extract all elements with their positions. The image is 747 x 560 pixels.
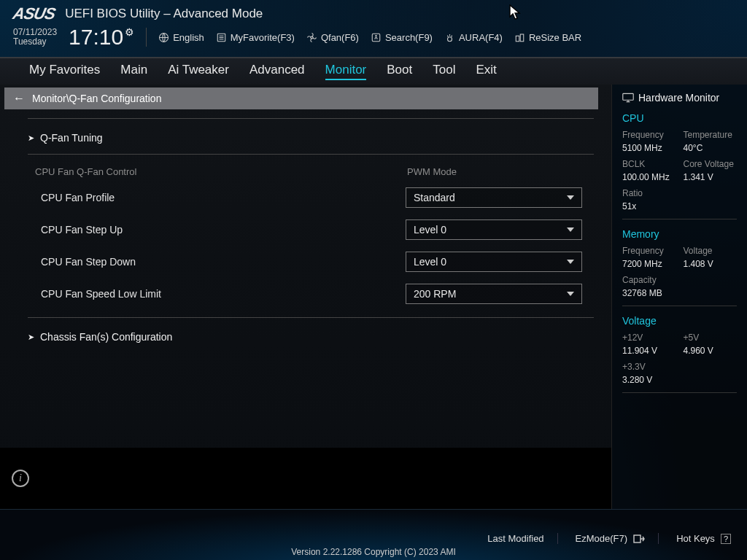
ezmode-label: EzMode(F7) [576, 533, 628, 544]
select-value: Standard [414, 192, 455, 203]
ratio-value: 51x [622, 201, 676, 211]
select-cpu-fan-speed-low-limit[interactable]: 200 RPM [406, 284, 582, 304]
memory-heading: Memory [622, 228, 737, 240]
v33-value: 3.280 V [622, 375, 676, 385]
info-icon: i [12, 470, 29, 487]
chevron-down-icon [567, 195, 574, 200]
language-button[interactable]: English [158, 32, 204, 43]
back-arrow-icon[interactable]: ← [13, 92, 25, 105]
v33-label: +3.3V [622, 362, 676, 372]
last-modified-label: Last Modified [487, 533, 543, 544]
myfavorite-button[interactable]: MyFavorite(F3) [216, 32, 295, 43]
svg-rect-8 [623, 93, 633, 100]
svg-rect-7 [520, 34, 524, 42]
tab-aitweaker[interactable]: Ai Tweaker [168, 63, 229, 80]
v5-value: 4.960 V [684, 346, 738, 356]
header-bar: ASUS UEFI BIOS Utility – Advanced Mode [0, 0, 747, 23]
resizebar-button[interactable]: ReSize BAR [514, 32, 581, 43]
search-button[interactable]: Search(F9) [371, 32, 433, 43]
select-value: Level 0 [414, 256, 446, 268]
row-cpu-fan-profile: CPU Fan Profile Standard [28, 182, 594, 214]
qfan-tuning-link[interactable]: ➤ Q-Fan Tuning [28, 125, 594, 151]
tab-advanced[interactable]: Advanced [249, 63, 305, 80]
select-cpu-fan-step-down[interactable]: Level 0 [406, 252, 582, 272]
myfavorite-label: MyFavorite(F3) [231, 32, 295, 43]
row-label: CPU Fan Step Down [41, 256, 406, 268]
resizebar-label: ReSize BAR [529, 32, 581, 43]
main-tabs: My Favorites Main Ai Tweaker Advanced Mo… [0, 57, 747, 85]
select-cpu-fan-step-up[interactable]: Level 0 [406, 219, 582, 240]
tab-boot[interactable]: Boot [387, 63, 412, 80]
mem-volt-label: Voltage [684, 246, 738, 256]
language-label: English [173, 32, 204, 43]
corevolt-label: Core Voltage [684, 159, 738, 169]
chevron-down-icon [567, 260, 574, 264]
chassis-fan-label: Chassis Fan(s) Configuration [40, 331, 172, 343]
aura-icon [444, 32, 455, 43]
mem-freq-value: 7200 MHz [622, 259, 676, 269]
chevron-down-icon [567, 292, 574, 296]
exit-icon [633, 534, 645, 543]
aura-label: AURA(F4) [459, 32, 503, 43]
tab-exit[interactable]: Exit [476, 63, 496, 80]
section-title: CPU Fan Q-Fan Control [35, 166, 407, 177]
section-header: CPU Fan Q-Fan Control PWM Mode [28, 160, 594, 182]
qfan-button[interactable]: Qfan(F6) [306, 32, 359, 43]
row-label: CPU Fan Profile [41, 192, 406, 203]
aura-button[interactable]: AURA(F4) [444, 32, 503, 43]
voltage-heading: Voltage [622, 315, 737, 327]
select-value: 200 RPM [414, 288, 456, 300]
day-text: Tuesday [13, 37, 57, 47]
select-cpu-fan-profile[interactable]: Standard [406, 187, 582, 208]
mem-cap-value: 32768 MB [622, 288, 676, 298]
ezmode-button[interactable]: EzMode(F7) [576, 533, 659, 544]
qfan-tuning-label: Q-Fan Tuning [40, 132, 103, 144]
chevron-right-icon: ➤ [28, 133, 34, 143]
hotkeys-button[interactable]: Hot Keys ? [676, 533, 731, 544]
header-toolbar: 07/11/2023 Tuesday 17:10 ⚙ English MyFav… [0, 23, 747, 57]
mouse-cursor-icon [509, 4, 521, 23]
mem-freq-label: Frequency [622, 246, 676, 256]
svg-rect-9 [634, 535, 640, 542]
row-label: CPU Fan Step Up [41, 224, 406, 236]
mem-cap-label: Capacity [622, 275, 676, 285]
search-icon [371, 32, 382, 43]
hw-monitor-header: Hardware Monitor [622, 92, 737, 104]
last-modified-button[interactable]: Last Modified [487, 533, 557, 544]
section-value: PWM Mode [407, 166, 457, 177]
breadcrumb-bar[interactable]: ← Monitor\Q-Fan Configuration [4, 88, 598, 109]
fan-icon [306, 32, 317, 43]
chassis-fan-link[interactable]: ➤ Chassis Fan(s) Configuration [28, 324, 594, 350]
cpu-temp-value: 40°C [684, 143, 738, 153]
svg-rect-6 [516, 36, 519, 42]
question-key-icon: ? [721, 534, 731, 544]
app-title: UEFI BIOS Utility – Advanced Mode [65, 7, 263, 21]
resize-icon [514, 32, 525, 43]
tab-myfavorites[interactable]: My Favorites [29, 63, 100, 80]
mem-volt-value: 1.408 V [684, 259, 738, 269]
hw-monitor-title: Hardware Monitor [638, 92, 719, 104]
hotkeys-label: Hot Keys [676, 533, 715, 544]
version-text: Version 2.22.1286 Copyright (C) 2023 AMI [0, 547, 747, 560]
tab-tool[interactable]: Tool [433, 63, 455, 80]
svg-point-5 [447, 36, 452, 41]
qfan-label: Qfan(F6) [321, 32, 359, 43]
chevron-down-icon [567, 228, 574, 232]
ratio-label: Ratio [622, 188, 676, 198]
list-icon [216, 32, 227, 43]
tab-monitor[interactable]: Monitor [325, 63, 367, 80]
gear-icon[interactable]: ⚙ [125, 26, 134, 38]
clock[interactable]: 17:10 ⚙ [69, 25, 134, 50]
tab-main[interactable]: Main [120, 63, 147, 80]
v12-value: 11.904 V [622, 346, 676, 356]
globe-icon [158, 32, 169, 43]
row-cpu-fan-step-down: CPU Fan Step Down Level 0 [28, 246, 594, 278]
v12-label: +12V [622, 332, 676, 343]
clock-time: 17:10 [69, 25, 123, 50]
bclk-value: 100.00 MHz [622, 172, 676, 182]
main-panel: ← Monitor\Q-Fan Configuration ➤ Q-Fan Tu… [0, 85, 611, 509]
corevolt-value: 1.341 V [684, 172, 738, 182]
brand-logo: ASUS [12, 6, 57, 22]
monitor-icon [622, 93, 634, 103]
row-cpu-fan-step-up: CPU Fan Step Up Level 0 [28, 214, 594, 246]
